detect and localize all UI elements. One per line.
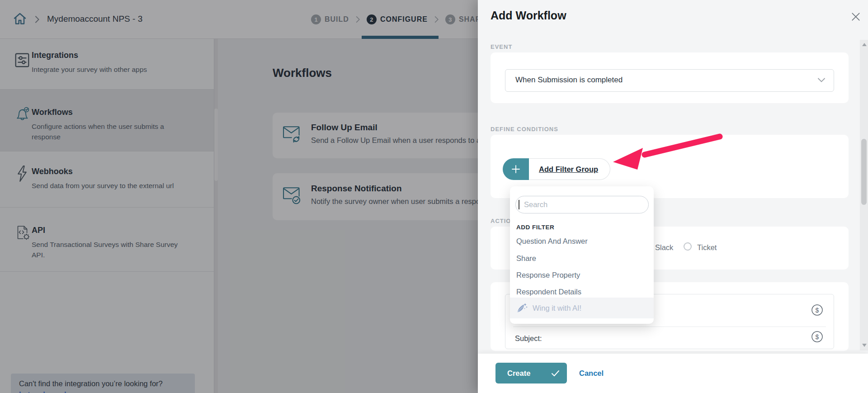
filter-option-question-and-answer[interactable]: Question And Answer bbox=[516, 237, 647, 246]
subject-field-label[interactable]: Subject: bbox=[515, 334, 542, 343]
app-stage: Mydemoaccount NPS - 3 1 BUILD 2 CONFIGUR… bbox=[0, 0, 868, 393]
field-divider bbox=[513, 327, 826, 327]
svg-text:$: $ bbox=[816, 307, 819, 314]
filter-option-respondent-details[interactable]: Respondent Details bbox=[516, 288, 647, 296]
filter-option-response-property[interactable]: Response Property bbox=[516, 271, 647, 279]
text-caret bbox=[519, 200, 519, 209]
scroll-up-icon[interactable] bbox=[862, 43, 867, 46]
panel-scrollbar-thumb[interactable] bbox=[861, 139, 867, 205]
wing-it-with-ai-option[interactable]: Wing it with AI! bbox=[510, 298, 654, 318]
add-filter-group-label: Add Filter Group bbox=[539, 165, 598, 174]
radio-label-ticket[interactable]: Ticket bbox=[697, 243, 717, 252]
chevron-down-icon bbox=[817, 77, 826, 83]
plus-icon bbox=[503, 158, 529, 180]
event-section-label: EVENT bbox=[491, 43, 512, 50]
filter-option-share[interactable]: Share bbox=[516, 254, 647, 263]
filter-search-input[interactable] bbox=[515, 196, 649, 213]
create-button[interactable]: Create bbox=[495, 363, 567, 384]
variable-picker-icon[interactable]: $ bbox=[811, 304, 823, 316]
cancel-button[interactable]: Cancel bbox=[579, 354, 604, 393]
ai-option-label: Wing it with AI! bbox=[533, 304, 581, 313]
event-select-value: When Submission is completed bbox=[515, 76, 623, 85]
svg-text:$: $ bbox=[816, 333, 819, 341]
close-icon[interactable] bbox=[851, 12, 862, 23]
feather-sparkle-icon bbox=[516, 302, 528, 314]
add-filter-group-button[interactable]: Add Filter Group bbox=[503, 158, 610, 180]
add-filter-dropdown: ADD FILTER Question And Answer Share Res… bbox=[510, 186, 654, 324]
check-icon bbox=[551, 370, 560, 377]
radio-label-slack[interactable]: Slack bbox=[655, 243, 673, 252]
add-filter-header: ADD FILTER bbox=[516, 224, 554, 231]
panel-title: Add Workflow bbox=[491, 9, 566, 22]
radio-ticket[interactable] bbox=[684, 242, 692, 251]
conditions-section-label: DEFINE CONDITIONS bbox=[491, 126, 558, 133]
scroll-down-icon[interactable] bbox=[862, 344, 867, 347]
variable-picker-icon[interactable]: $ bbox=[811, 331, 823, 343]
event-select[interactable]: When Submission is completed bbox=[505, 69, 834, 92]
